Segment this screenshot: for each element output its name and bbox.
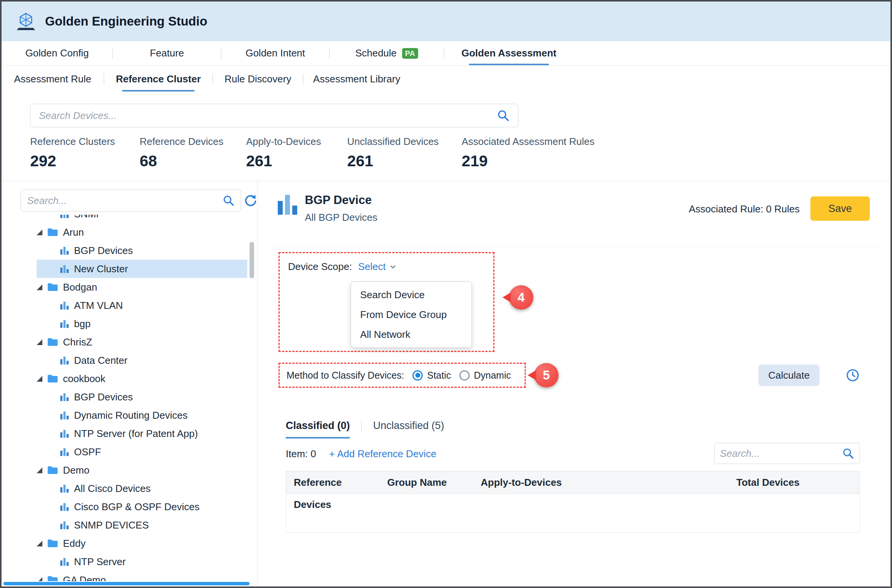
tree-item-new-cluster[interactable]: New Cluster — [2, 260, 250, 278]
tree-folder-chrisz[interactable]: ChrisZ — [2, 333, 250, 351]
folder-icon — [47, 539, 58, 548]
device-scope-annotation-box: Device Scope: Select Search Device From … — [279, 252, 494, 352]
cluster-icon — [60, 355, 69, 365]
cluster-title: BGP Device — [305, 193, 372, 207]
device-scope-select[interactable]: Select — [358, 261, 397, 273]
app-header: Golden Engineering Studio — [2, 2, 890, 41]
search-icon[interactable] — [842, 447, 854, 459]
expand-arrow-icon[interactable] — [37, 577, 42, 582]
tree-item-bgp-devices-2[interactable]: BGP Devices — [2, 388, 250, 406]
result-tab-bar: Classified (0) Unclassified (5) — [286, 420, 444, 439]
main-tab-bar: Golden Config Feature Golden Intent Sche… — [2, 41, 890, 66]
cluster-subtitle: All BGP Devices — [305, 212, 377, 223]
tree-item-cisco-bgp-ospf-devices[interactable]: Cisco BGP & OSPF Devices — [2, 498, 250, 516]
tab-unclassified[interactable]: Unclassified (5) — [373, 420, 444, 437]
device-search-input[interactable] — [39, 110, 497, 122]
cluster-icon — [60, 300, 69, 310]
device-scope-label: Device Scope: — [288, 261, 352, 273]
stat-reference-devices: Reference Devices 68 — [140, 136, 224, 170]
expand-arrow-icon[interactable] — [37, 339, 42, 345]
option-search-device[interactable]: Search Device — [351, 285, 472, 305]
tree-item-ntp-server-patent[interactable]: NTP Server (for Patent App) — [2, 424, 250, 443]
tree-item-ospf[interactable]: OSPF — [2, 443, 250, 461]
tree-item-ntp-server[interactable]: NTP Server — [2, 553, 250, 571]
tree-folder-ga-demo[interactable]: GA Demo — [2, 571, 250, 581]
tab-rule-discovery[interactable]: Rule Discovery — [213, 66, 303, 92]
refresh-icon[interactable] — [243, 193, 258, 208]
detail-header-divider — [274, 247, 879, 247]
calculate-button[interactable]: Calculate — [758, 365, 820, 386]
history-clock-icon[interactable] — [845, 368, 860, 382]
radio-dynamic[interactable]: Dynamic — [459, 370, 511, 381]
tree-folder-bodgan[interactable]: Bodgan — [2, 278, 250, 296]
cluster-detail-panel: BGP Device All BGP Devices Associated Ru… — [258, 181, 890, 586]
tree-item-atm-vlan[interactable]: ATM VLAN — [2, 296, 250, 315]
app-window: Golden Engineering Studio Golden Config … — [0, 0, 892, 588]
col-reference-devices: Reference Devices — [286, 471, 380, 493]
save-button[interactable]: Save — [810, 196, 870, 221]
tab-feature[interactable]: Feature — [113, 41, 221, 65]
tab-assessment-library[interactable]: Assessment Library — [303, 66, 410, 92]
tree-folder-eddy[interactable]: Eddy — [2, 534, 250, 553]
item-count: Item: 0 — [286, 448, 316, 460]
tree-folder-cookbook[interactable]: cookbook — [2, 370, 250, 388]
tree-item-bgp-devices[interactable]: BGP Devices — [2, 241, 250, 260]
cluster-icon — [60, 319, 69, 329]
tab-reference-cluster[interactable]: Reference Cluster — [104, 66, 213, 92]
cluster-tree-panel: SNMP Arun BGP Devices New C — [2, 181, 258, 586]
folder-icon — [47, 283, 58, 292]
tree-folder-demo[interactable]: Demo — [2, 461, 250, 479]
tree-folder-arun[interactable]: Arun — [2, 223, 250, 241]
stat-unclassified-devices: Unclassified Devices 261 — [347, 136, 439, 170]
expand-arrow-icon[interactable] — [37, 541, 42, 546]
radio-button-icon — [412, 370, 423, 381]
folder-icon — [47, 228, 58, 237]
stats-row: Reference Clusters 292 Reference Devices… — [2, 136, 890, 181]
device-search-box — [30, 104, 518, 127]
tree-item-dynamic-routing-devices[interactable]: Dynamic Routing Devices — [2, 406, 250, 424]
annotation-balloon-4: 4 — [509, 285, 533, 310]
expand-arrow-icon[interactable] — [37, 376, 42, 382]
tree-item-bgp[interactable]: bgp — [2, 315, 250, 333]
tree-search-input[interactable] — [27, 195, 222, 207]
tree-item-data-center[interactable]: Data Center — [2, 351, 250, 370]
tree-item-all-cisco-devices[interactable]: All Cisco Devices — [2, 479, 250, 498]
col-apply-to-devices: Apply-to-Devices — [473, 471, 729, 493]
cluster-icon — [60, 410, 69, 420]
option-from-device-group[interactable]: From Device Group — [351, 305, 472, 325]
tab-assessment-rule[interactable]: Assessment Rule — [2, 66, 104, 92]
expand-arrow-icon[interactable] — [37, 284, 42, 290]
tab-classified[interactable]: Classified (0) — [286, 420, 350, 439]
add-reference-device-link[interactable]: + Add Reference Device — [329, 448, 436, 460]
option-all-network[interactable]: All Network — [351, 325, 472, 344]
cluster-icon — [60, 215, 69, 219]
tab-schedule[interactable]: Schedule PA — [330, 41, 444, 65]
reference-devices-table: Reference Devices Group Name Apply-to-De… — [286, 471, 860, 533]
classify-method-label: Method to Classify Devices: — [287, 370, 404, 381]
tab-golden-config[interactable]: Golden Config — [2, 41, 113, 65]
device-scope-dropdown: Search Device From Device Group All Netw… — [351, 281, 472, 348]
expand-arrow-icon[interactable] — [37, 230, 42, 235]
result-search-box — [714, 443, 860, 464]
cluster-icon — [60, 484, 69, 493]
app-logo-icon — [15, 12, 37, 31]
tree-vertical-scrollbar[interactable] — [250, 242, 254, 278]
search-icon[interactable] — [497, 109, 510, 122]
tree-item-snmp[interactable]: SNMP — [2, 215, 250, 223]
expand-arrow-icon[interactable] — [37, 468, 42, 473]
tab-golden-intent[interactable]: Golden Intent — [221, 41, 329, 65]
tree-item-snmp-devices[interactable]: SNMP DEVICES — [2, 516, 250, 534]
tree-horizontal-scrollbar[interactable] — [3, 582, 250, 585]
radio-static[interactable]: Static — [412, 370, 451, 381]
cluster-icon — [60, 264, 69, 274]
stat-associated-assessment-rules: Associated Assessment Rules 219 — [462, 136, 594, 170]
search-icon[interactable] — [222, 194, 235, 207]
result-search-input[interactable] — [720, 448, 842, 459]
col-total-devices: Total Devices — [729, 471, 860, 493]
cluster-icon — [60, 520, 69, 530]
cluster-icon — [60, 557, 69, 567]
cluster-icon — [60, 392, 69, 402]
table-header-row: Reference Devices Group Name Apply-to-De… — [286, 471, 860, 494]
tab-golden-assessment[interactable]: Golden Assessment — [444, 41, 574, 65]
tab-divider — [361, 421, 362, 432]
